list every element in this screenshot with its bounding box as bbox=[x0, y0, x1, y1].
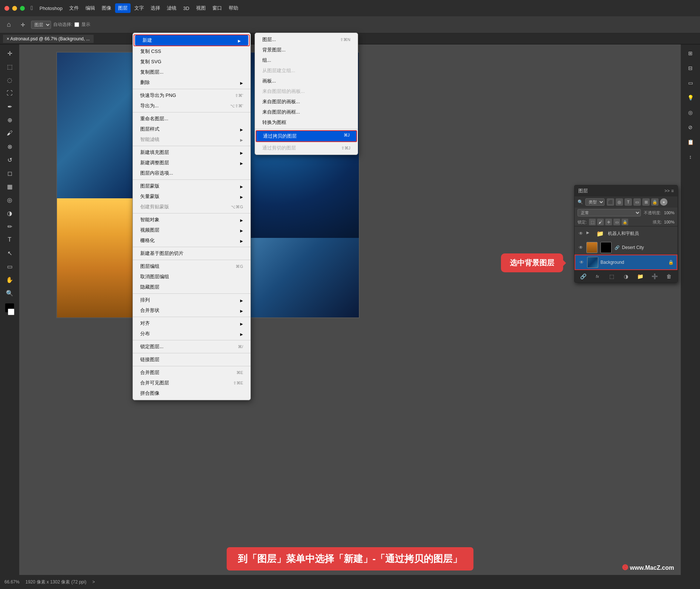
submenu-copy-layer[interactable]: 通过拷贝的图层 ⌘J bbox=[256, 130, 357, 142]
crop-tool-btn[interactable]: ⛶ bbox=[4, 87, 16, 99]
create-group-btn[interactable]: 📁 bbox=[636, 272, 645, 280]
layer-group-astronaut[interactable]: 👁 ▶ 📁 机器人和宇航员 bbox=[575, 226, 677, 240]
link-layers-btn[interactable]: 🔗 bbox=[579, 272, 587, 280]
group-expand-arrow[interactable]: ▶ bbox=[586, 230, 592, 236]
layer-dropdown-menu[interactable]: 新建 复制 CSS 复制 SVG 复制图层... 删除 快速导出为 PNG ⇧⌘… bbox=[132, 33, 251, 400]
menu-item-clipping-mask[interactable]: 创建剪贴蒙版 ⌥⌘G bbox=[133, 202, 250, 212]
eraser-tool-btn[interactable]: ◻ bbox=[4, 167, 16, 179]
submenu-new-layer[interactable]: 图层... ⇧⌘N bbox=[255, 34, 358, 45]
file-tab[interactable]: × Astronaut.psd @ 66.7% (Background, ... bbox=[3, 35, 94, 43]
menu-item-layer-style[interactable]: 图层样式 bbox=[133, 124, 250, 134]
menu-item-smart-obj[interactable]: 智能对象 bbox=[133, 215, 250, 225]
history-tool-btn[interactable]: ↺ bbox=[4, 154, 16, 166]
display-checkbox[interactable] bbox=[74, 22, 79, 27]
menu-item-video-layer[interactable]: 视频图层 bbox=[133, 225, 250, 235]
submenu-cut-layer[interactable]: 通过剪切的图层 ⇧⌘J bbox=[255, 143, 358, 153]
filter-lock-icon[interactable]: 🔒 bbox=[651, 198, 659, 206]
healing-tool-btn[interactable]: ⊕ bbox=[4, 114, 16, 126]
layer-eye-astronaut[interactable]: 👁 bbox=[578, 230, 584, 237]
filter-image-icon[interactable]: ⬛ bbox=[607, 198, 614, 206]
menu-edit[interactable]: 编辑 bbox=[83, 3, 98, 13]
menu-item-rasterize[interactable]: 栅格化 bbox=[133, 235, 250, 246]
menu-item-new-slice[interactable]: 新建基于图层的切片 bbox=[133, 248, 250, 259]
layers-panel-expand-btn[interactable]: >> bbox=[664, 188, 670, 193]
menu-app[interactable]: Photoshop bbox=[37, 4, 65, 13]
layers-toggle-btn[interactable]: 📋 bbox=[684, 136, 696, 148]
fullscreen-button[interactable] bbox=[20, 6, 25, 11]
filter-shape-icon[interactable]: ▭ bbox=[633, 198, 641, 206]
menu-item-merge-layers[interactable]: 合并图层 ⌘E bbox=[133, 367, 250, 378]
add-mask-btn[interactable]: ⬚ bbox=[608, 272, 616, 280]
layer-desert-city[interactable]: 👁 🔗 Desert City bbox=[575, 240, 677, 255]
text-tool-btn[interactable]: T bbox=[4, 234, 16, 246]
menu-item-merge-visible[interactable]: 合并可见图层 ⇧⌘E bbox=[133, 378, 250, 388]
submenu-frame-from-layer[interactable]: 来自图层的画框... bbox=[255, 107, 358, 117]
pen-tool-btn[interactable]: ✏ bbox=[4, 221, 16, 232]
add-adjustment-btn[interactable]: ◑ bbox=[622, 272, 630, 280]
lock-transparent-btn[interactable]: ⬚ bbox=[589, 219, 596, 225]
layer-type-filter[interactable]: 类型 bbox=[585, 198, 605, 206]
eyedropper-tool-btn[interactable]: ✒ bbox=[4, 101, 16, 112]
layers-panel-menu-btn[interactable]: ≡ bbox=[671, 188, 674, 193]
menu-item-new-adjust[interactable]: 新建调整图层 bbox=[133, 158, 250, 168]
menu-item-hide-layer[interactable]: 隐藏图层 bbox=[133, 282, 250, 292]
menu-item-arrange[interactable]: 排列 bbox=[133, 295, 250, 305]
submenu-convert-to-frame[interactable]: 转换为图框 bbox=[255, 117, 358, 128]
hand-tool-btn[interactable]: ✋ bbox=[4, 274, 16, 286]
lock-pixels-btn[interactable]: 🖌 bbox=[597, 219, 604, 225]
menu-select[interactable]: 选择 bbox=[148, 3, 163, 13]
menu-item-copy-layer[interactable]: 复制图层... bbox=[133, 67, 250, 77]
menu-item-link-layers[interactable]: 链接图层 bbox=[133, 354, 250, 365]
shape-tool-btn[interactable]: ▭ bbox=[4, 260, 16, 272]
menu-item-merge-shape[interactable]: 合并形状 bbox=[133, 305, 250, 316]
fx-btn[interactable]: fx bbox=[593, 272, 602, 280]
layer-eye-bg[interactable]: 👁 bbox=[578, 259, 585, 266]
menu-item-export[interactable]: 导出为... ⌥⇧⌘' bbox=[133, 101, 250, 111]
move-tool-icon[interactable]: ✛ bbox=[17, 19, 29, 31]
filter-adjust-icon[interactable]: ◎ bbox=[616, 198, 623, 206]
dodge-tool-btn[interactable]: ◑ bbox=[4, 207, 16, 219]
menu-item-vector-mask[interactable]: 矢量蒙版 bbox=[133, 191, 250, 202]
menu-item-smart-filter[interactable]: 智能滤镜 bbox=[133, 134, 250, 145]
minimize-button[interactable] bbox=[12, 6, 17, 11]
menu-text[interactable]: 文字 bbox=[131, 3, 147, 13]
submenu-artboard[interactable]: 画板... bbox=[255, 76, 358, 86]
filter-smart-icon[interactable]: ⊞ bbox=[642, 198, 650, 206]
home-icon[interactable]: ⌂ bbox=[3, 19, 15, 31]
right-panel-btn-3[interactable]: ▭ bbox=[684, 77, 696, 89]
clone-tool-btn[interactable]: ⊗ bbox=[4, 141, 16, 152]
submenu-group-from-layer[interactable]: 从图层建立组... bbox=[255, 65, 358, 76]
lock-all-btn[interactable]: 🔒 bbox=[622, 219, 628, 225]
filter-text-icon[interactable]: T bbox=[625, 198, 632, 206]
right-panel-btn-5[interactable]: ◎ bbox=[684, 107, 696, 118]
right-panel-adjust-btn[interactable]: ↕ bbox=[684, 151, 696, 163]
filter-toggle-btn[interactable]: ● bbox=[660, 198, 667, 206]
menu-item-align[interactable]: 对齐 bbox=[133, 318, 250, 329]
menu-filter[interactable]: 滤镜 bbox=[164, 3, 179, 13]
menu-item-copy-svg[interactable]: 复制 SVG bbox=[133, 57, 250, 67]
menu-layer[interactable]: 图层 bbox=[115, 3, 131, 13]
layer-eye-desert[interactable]: 👁 bbox=[578, 244, 584, 251]
xingjian-submenu[interactable]: 图层... ⇧⌘N 背景图层... 组... 从图层建立组... 画板... 来… bbox=[255, 33, 358, 155]
menu-image[interactable]: 图像 bbox=[99, 3, 114, 13]
brush-tool-btn[interactable]: 🖌 bbox=[4, 127, 16, 139]
path-selection-btn[interactable]: ↖ bbox=[4, 247, 16, 259]
menu-item-layer-content[interactable]: 图层内容选项... bbox=[133, 168, 250, 178]
submenu-artboard-from-group[interactable]: 来自图层组的画板... bbox=[255, 86, 358, 97]
lock-artboard-btn[interactable]: ▭ bbox=[613, 219, 620, 225]
menu-item-layer-mask[interactable]: 图层蒙版 bbox=[133, 181, 250, 191]
lock-position-btn[interactable]: ✛ bbox=[605, 219, 612, 225]
menu-item-ungroup[interactable]: 取消图层编组 bbox=[133, 272, 250, 282]
blend-mode-select[interactable]: 正常 bbox=[578, 209, 641, 216]
layer-background[interactable]: 👁 Background 🔒 bbox=[575, 255, 677, 270]
menu-help[interactable]: 帮助 bbox=[226, 3, 241, 13]
blur-tool-btn[interactable]: ◎ bbox=[4, 194, 16, 206]
submenu-bg-layer[interactable]: 背景图层... bbox=[255, 45, 358, 55]
menu-item-flatten[interactable]: 拼合图像 bbox=[133, 388, 250, 398]
menu-view[interactable]: 视图 bbox=[193, 3, 209, 13]
right-panel-btn-2[interactable]: ⊟ bbox=[684, 62, 696, 74]
lasso-tool-btn[interactable]: ◌ bbox=[4, 74, 16, 86]
move-tool-btn[interactable]: ✛ bbox=[4, 47, 16, 59]
menu-item-distribute[interactable]: 分布 bbox=[133, 329, 250, 339]
menu-item-rename[interactable]: 重命名图层... bbox=[133, 114, 250, 124]
